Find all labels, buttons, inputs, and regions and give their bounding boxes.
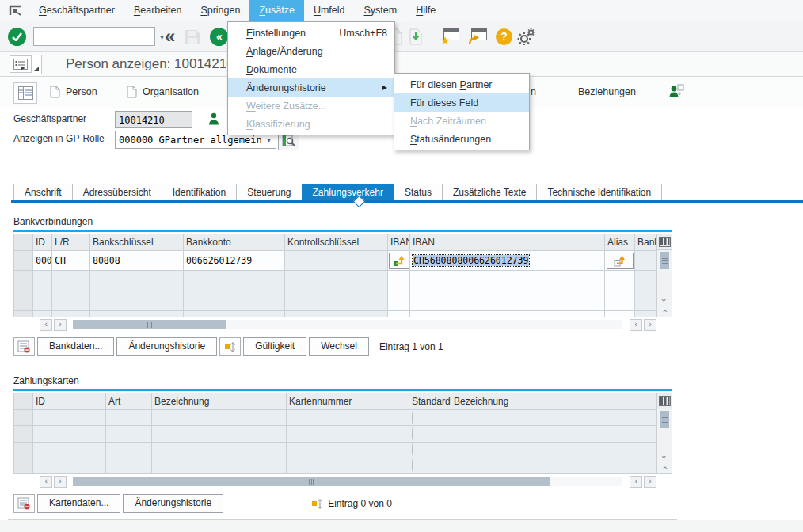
gp-number-field[interactable]	[115, 111, 192, 128]
menu-bearbeiten[interactable]: Bearbeiten	[124, 0, 191, 21]
aenderungshistorie-button[interactable]: Änderungshistorie	[116, 337, 217, 356]
tab-zahlungsverkehr[interactable]: Zahlungsverkehr	[302, 184, 394, 201]
scroll-right-button[interactable]: ›	[54, 319, 67, 331]
aenderungshistorie-submenu: Für diesen Partner Für dieses Feld Nach …	[394, 73, 530, 150]
submenu-item-nach-zeitraeumen[interactable]: Nach Zeiträumen	[394, 112, 529, 130]
card-row-empty[interactable]	[14, 458, 657, 473]
standard-radio[interactable]	[412, 459, 413, 472]
partial-button-text[interactable]: n	[531, 84, 536, 100]
enter-button[interactable]	[8, 28, 26, 46]
scroll-up-button[interactable]: ›	[657, 294, 672, 306]
tab-zusaetzliche-texte[interactable]: Zusätzliche Texte	[442, 184, 538, 201]
bank-row-1[interactable]: 0001 CH 80808 006626012739 CH56808080066…	[14, 251, 657, 271]
wechsel-button[interactable]: Wechsel	[309, 337, 369, 356]
tab-identifikation[interactable]: Identifikation	[162, 184, 237, 201]
page-down-icon[interactable]	[409, 27, 423, 46]
chevron-down-icon[interactable]: ▾	[160, 32, 164, 41]
sort-updown-icon	[224, 340, 236, 353]
kartendaten-button[interactable]: Kartendaten...	[37, 494, 120, 513]
person-button[interactable]: Person	[50, 84, 97, 100]
bankdaten-button[interactable]: Bankdaten...	[37, 337, 114, 356]
tab-adressuebersicht[interactable]: Adressübersicht	[72, 184, 162, 201]
svg-text:★: ★	[440, 34, 451, 45]
card-details-button[interactable]	[13, 494, 35, 513]
menu-item-weitere-zusaetze[interactable]: Weitere Zusätze...	[228, 97, 394, 115]
alias-button[interactable]	[607, 253, 634, 269]
scroll-right-button[interactable]: ›	[54, 476, 67, 488]
section-divider	[13, 230, 672, 232]
menu-item-klassifizierung[interactable]: Klassifizierung	[228, 115, 394, 133]
services-for-object-button[interactable]	[10, 55, 32, 73]
menu-umfeld[interactable]: Umfeld	[304, 0, 355, 21]
organisation-button[interactable]: Organisation	[127, 84, 199, 100]
tab-steuerung[interactable]: Steuerung	[236, 184, 302, 201]
sort-updown-icon[interactable]	[311, 497, 323, 510]
cards-horizontal-scrollbar[interactable]: ‹ › ‹ ›	[13, 475, 672, 488]
bank-section: Bankverbindungen ID L/R Bankschlüssel Ba…	[13, 216, 672, 356]
scroll-thumb[interactable]	[73, 477, 550, 486]
scroll-thumb[interactable]	[660, 252, 669, 269]
cards-vertical-scrollbar[interactable]: › ›	[657, 393, 672, 474]
scroll-down-button[interactable]: ›	[657, 462, 672, 473]
document-icon	[50, 86, 60, 98]
submenu-item-fuer-dieses-feld[interactable]: Für dieses Feld	[394, 93, 529, 112]
tab-status[interactable]: Status	[394, 184, 443, 201]
menu-item-dokumente[interactable]: Dokumente	[228, 60, 394, 78]
menu-item-einstellungen[interactable]: EinstellungenUmsch+F8	[228, 24, 394, 42]
cards-button-row: Kartendaten... Änderungshistorie Eintrag…	[13, 494, 672, 513]
iban-generate-button[interactable]	[389, 253, 409, 269]
standard-radio[interactable]	[412, 412, 413, 424]
iban-cell[interactable]: CH5680808006626012739	[410, 251, 605, 271]
menu-hilfe[interactable]: Hilfe	[406, 0, 445, 21]
customize-gears-icon[interactable]	[517, 27, 536, 46]
services-dropdown-icon[interactable]	[32, 55, 42, 74]
menu-zusaetze[interactable]: Zusätze	[249, 0, 303, 21]
scroll-left-button[interactable]: ‹	[40, 476, 52, 488]
scroll-left-button[interactable]: ‹	[630, 319, 642, 331]
bank-row-empty[interactable]	[14, 271, 657, 291]
scroll-thumb[interactable]	[660, 411, 669, 428]
help-icon[interactable]: ?	[496, 27, 512, 46]
exit-button[interactable]: «	[210, 28, 228, 46]
menu-system[interactable]: System	[355, 0, 407, 21]
scroll-right-button[interactable]: ›	[644, 319, 656, 331]
scroll-left-button[interactable]: ‹	[40, 319, 52, 331]
save-icon[interactable]	[185, 29, 200, 44]
table-settings-icon[interactable]	[657, 393, 672, 409]
submenu-item-fuer-diesen-partner[interactable]: Für diesen Partner	[394, 75, 529, 93]
beziehungen-button[interactable]: Beziehungen	[578, 84, 636, 100]
bank-vertical-scrollbar[interactable]: › ›	[657, 234, 672, 317]
locator-toggle-icon[interactable]	[13, 82, 37, 104]
scroll-thumb[interactable]	[73, 320, 226, 329]
standard-radio[interactable]	[412, 443, 413, 456]
create-shortcut-icon[interactable]	[468, 27, 488, 46]
bank-horizontal-scrollbar[interactable]: ‹ › ‹ ›	[13, 318, 672, 331]
tab-anschrift[interactable]: Anschrift	[13, 184, 73, 201]
card-row-empty[interactable]	[14, 442, 657, 458]
card-row-empty[interactable]	[14, 426, 657, 442]
tab-underline	[11, 200, 803, 203]
scroll-down-button[interactable]: ›	[657, 306, 672, 317]
menu-geschaeftspartner[interactable]: Geschäftspartner	[29, 0, 124, 21]
window-menu-icon[interactable]	[0, 0, 29, 21]
scroll-left-button[interactable]: ‹	[630, 476, 642, 488]
bank-row-empty[interactable]	[14, 291, 657, 310]
sort-button[interactable]	[219, 337, 241, 356]
new-session-star-icon[interactable]: ★	[440, 27, 460, 46]
switch-partner-icon[interactable]	[669, 83, 685, 98]
scroll-up-button[interactable]: ›	[657, 451, 672, 462]
aenderungshistorie-button[interactable]: Änderungshistorie	[123, 494, 223, 513]
gueltigkeit-button[interactable]: Gültigkeit	[243, 337, 306, 356]
menu-item-anlage-aenderung[interactable]: Anlage/Änderung	[228, 42, 394, 60]
scroll-right-button[interactable]: ›	[644, 476, 656, 488]
menu-springen[interactable]: Springen	[191, 0, 249, 21]
standard-radio[interactable]	[412, 428, 413, 440]
tab-technische-identifikation[interactable]: Technische Identifikation	[536, 184, 662, 201]
back-icon[interactable]: «	[165, 28, 175, 44]
bank-details-button[interactable]	[13, 337, 35, 356]
card-row-empty[interactable]	[14, 410, 657, 426]
command-field[interactable]	[34, 29, 160, 44]
menu-item-aenderungshistorie[interactable]: Änderungshistorie▶	[228, 78, 394, 97]
table-settings-icon[interactable]	[657, 234, 672, 250]
submenu-item-statusaenderungen[interactable]: Statusänderungen	[394, 130, 529, 148]
